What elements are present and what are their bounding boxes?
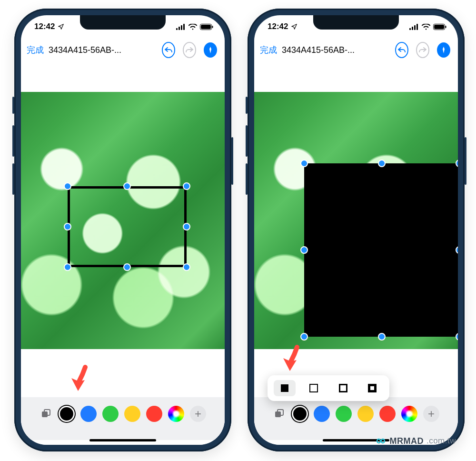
- markup-button[interactable]: [437, 43, 450, 57]
- power-button: [231, 137, 233, 185]
- svg-rect-14: [434, 25, 444, 29]
- location-icon: [291, 23, 298, 30]
- fill-style-popup: [268, 375, 389, 401]
- bottom-toolbar: +: [254, 373, 458, 445]
- cellular-icon: [409, 24, 419, 30]
- canvas[interactable]: [254, 62, 458, 377]
- markup-button[interactable]: [204, 43, 217, 57]
- svg-rect-12: [416, 24, 418, 30]
- cellular-icon: [176, 24, 186, 30]
- screen: 12:42 完成: [254, 15, 458, 445]
- color-blue[interactable]: [314, 406, 330, 422]
- volume-down: [12, 163, 14, 195]
- svg-rect-5: [201, 25, 211, 29]
- add-button[interactable]: +: [190, 406, 206, 422]
- color-green[interactable]: [102, 406, 119, 422]
- color-picker[interactable]: [401, 406, 417, 422]
- shape-rectangle-filled[interactable]: [304, 163, 458, 337]
- watermark: MRMAD.com.tw: [375, 435, 456, 447]
- status-time: 12:42: [34, 22, 55, 31]
- status-time: 12:42: [268, 22, 288, 31]
- watermark-suffix: .com.tw: [426, 436, 456, 446]
- svg-rect-6: [212, 26, 213, 28]
- infinity-icon: [375, 435, 387, 447]
- volume-up: [12, 125, 14, 157]
- wifi-icon: [188, 24, 197, 30]
- canvas[interactable]: [21, 62, 225, 377]
- redo-button: [183, 43, 196, 57]
- battery-icon: [200, 24, 213, 30]
- palette: +: [254, 397, 458, 440]
- watermark-brand: MRMAD: [389, 436, 424, 446]
- filename-label: 3434A415-56AB-...: [48, 45, 158, 55]
- shape-rectangle-outline[interactable]: [68, 186, 187, 267]
- layers-icon[interactable]: [40, 407, 53, 421]
- mute-switch: [246, 97, 248, 114]
- color-yellow[interactable]: [124, 406, 140, 422]
- palette: +: [21, 397, 225, 440]
- color-yellow[interactable]: [357, 406, 374, 422]
- outline-thin[interactable]: [303, 380, 325, 396]
- undo-button[interactable]: [395, 43, 408, 57]
- color-blue[interactable]: [80, 406, 97, 422]
- color-green[interactable]: [336, 406, 352, 422]
- navbar: 完成 3434A415-56AB-...: [254, 38, 458, 62]
- volume-down: [246, 163, 248, 195]
- phone-left: 12:42: [14, 9, 231, 451]
- svg-rect-0: [176, 28, 178, 30]
- svg-rect-15: [446, 26, 446, 28]
- home-indicator[interactable]: [89, 439, 156, 441]
- fill-solid[interactable]: [274, 380, 296, 396]
- location-icon: [58, 23, 64, 30]
- volume-up: [246, 125, 248, 157]
- notch: [80, 15, 166, 30]
- color-black[interactable]: [59, 406, 75, 422]
- svg-rect-11: [414, 25, 416, 30]
- outline-thick[interactable]: [361, 380, 383, 396]
- screen: 12:42: [21, 15, 225, 445]
- notch: [313, 15, 399, 30]
- undo-button[interactable]: [162, 43, 175, 57]
- svg-rect-3: [183, 24, 185, 30]
- svg-rect-2: [181, 25, 182, 30]
- svg-rect-1: [178, 27, 180, 30]
- power-button: [465, 137, 466, 185]
- add-button[interactable]: +: [423, 406, 439, 422]
- layers-icon[interactable]: [273, 407, 286, 421]
- bottom-toolbar: +: [21, 373, 225, 445]
- mute-switch: [12, 97, 14, 114]
- phone-right: 12:42 完成: [248, 9, 465, 451]
- navbar: 完成 3434A415-56AB-...: [21, 38, 225, 62]
- color-picker[interactable]: [168, 406, 184, 422]
- wifi-icon: [422, 24, 430, 30]
- svg-rect-9: [409, 28, 411, 30]
- color-red[interactable]: [146, 406, 162, 422]
- battery-icon: [433, 24, 446, 30]
- svg-rect-10: [412, 27, 413, 30]
- filename-label: 3434A415-56AB-...: [281, 45, 391, 55]
- color-red[interactable]: [379, 406, 396, 422]
- redo-button: [416, 43, 429, 57]
- done-button[interactable]: 完成: [260, 44, 277, 56]
- outline-medium[interactable]: [332, 380, 354, 396]
- done-button[interactable]: 完成: [27, 44, 44, 56]
- color-black[interactable]: [292, 406, 308, 422]
